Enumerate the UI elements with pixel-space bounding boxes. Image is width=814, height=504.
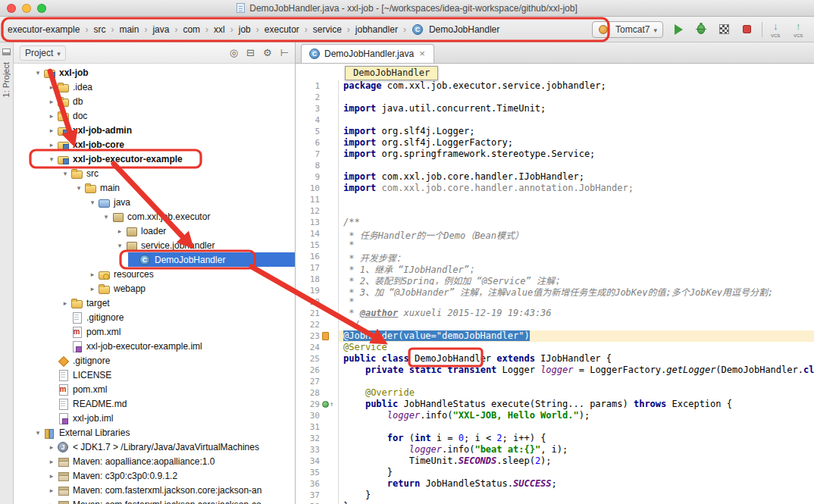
code-line[interactable]: 37 } [296, 490, 814, 501]
code-line[interactable]: 4 [296, 114, 814, 126]
expand-arrow-icon[interactable]: ▾ [46, 155, 57, 163]
gutter-cell[interactable]: 31 [296, 421, 339, 433]
code-line[interactable]: 2 [296, 92, 814, 103]
project-view-selector[interactable]: Project [20, 45, 66, 61]
code-line[interactable]: 32 for (int i = 0; i < 2; i++) { [296, 433, 814, 444]
tree-item[interactable]: ▸db [14, 94, 295, 108]
expand-arrow-icon[interactable]: ▾ [114, 242, 125, 249]
run-method-icon[interactable] [322, 401, 329, 408]
code-line[interactable]: 12 [296, 205, 814, 217]
gutter-cell[interactable]: 28 [296, 387, 339, 399]
code-line[interactable]: 6import org.slf4j.LoggerFactory; [296, 137, 814, 149]
tab-demojobhandler[interactable]: DemoJobHandler.java [301, 44, 434, 63]
breadcrumb-item[interactable]: executor [263, 23, 301, 36]
breadcrumb-item[interactable]: java [151, 23, 171, 36]
gutter-cell[interactable]: 10 [296, 183, 339, 194]
tree-item[interactable]: DemoJobHandler [14, 252, 295, 267]
gutter-cell[interactable]: 33 [296, 444, 339, 455]
expand-arrow-icon[interactable]: ▸ [87, 271, 98, 278]
tree-item[interactable]: ▸Maven: c3p0:c3p0:0.9.1.2 [14, 468, 295, 483]
gutter-cell[interactable]: 38 [296, 501, 339, 504]
expand-arrow-icon[interactable]: ▾ [33, 69, 43, 77]
expand-arrow-icon[interactable]: ▸ [46, 141, 57, 149]
expand-arrow-icon[interactable]: ▸ [46, 501, 57, 504]
tree-item[interactable]: ▸target [14, 296, 295, 310]
vcs-update-button[interactable] [770, 21, 785, 38]
coverage-button[interactable] [716, 21, 731, 38]
tree-item[interactable]: ▾xxl-job [14, 65, 295, 80]
tree-item[interactable]: LICENSE [14, 368, 295, 382]
gutter-cell[interactable]: 32 [296, 433, 339, 444]
code-line[interactable]: 14 * 任务Handler的一个Demo（Bean模式） [296, 228, 814, 239]
hide-panel-icon[interactable]: ⊢ [280, 47, 289, 58]
code-line[interactable]: 8 [296, 160, 814, 171]
expand-arrow-icon[interactable]: ▸ [46, 127, 57, 134]
code-line[interactable]: 27 [296, 376, 814, 387]
expand-arrow-icon[interactable]: ▸ [87, 285, 98, 293]
code-line[interactable]: 22 */ [296, 319, 814, 330]
expand-arrow-icon[interactable]: ▸ [46, 112, 57, 120]
tree-item[interactable]: xxl-job.iml [14, 411, 295, 425]
gutter-cell[interactable]: 12 [296, 205, 339, 217]
tree-item[interactable]: ▾External Libraries [14, 425, 295, 440]
gutter-cell[interactable]: 8 [296, 160, 339, 171]
tree-item[interactable]: ▸xxl-job-core [14, 137, 295, 152]
tree-item[interactable]: .gitignore [14, 353, 295, 368]
expand-arrow-icon[interactable]: ▸ [46, 83, 57, 91]
gutter-cell[interactable]: 25 [296, 353, 339, 365]
tree-item[interactable]: ▾com.xxl.job.executor [14, 209, 295, 224]
expand-arrow-icon[interactable]: ▾ [101, 213, 111, 221]
code-line[interactable]: 11 [296, 194, 814, 205]
breadcrumb-item[interactable]: service [312, 23, 343, 36]
breadcrumb-item[interactable]: executor-example [6, 23, 81, 36]
code-line[interactable]: 31 [296, 421, 814, 433]
gutter-cell[interactable]: 21 [296, 308, 339, 319]
breadcrumb-item[interactable]: xxl [212, 23, 227, 36]
breadcrumb-item[interactable]: src [92, 23, 107, 36]
tree-item[interactable]: .gitignore [14, 310, 295, 324]
override-method-icon[interactable] [330, 399, 337, 409]
code-line[interactable]: 7import org.springframework.stereotype.S… [296, 149, 814, 160]
gutter-cell[interactable]: 13 [296, 217, 339, 228]
expand-arrow-icon[interactable]: ▸ [60, 299, 70, 307]
code-line[interactable]: 9import com.xxl.job.core.handler.IJobHan… [296, 171, 814, 183]
code-line[interactable]: 21 * @author xuxueli 2015-12-19 19:43:36 [296, 308, 814, 319]
tree-item[interactable]: ▸Maven: aopalliance:aopalliance:1.0 [14, 454, 295, 468]
collapse-all-icon[interactable]: ⊟ [246, 47, 255, 58]
expand-arrow-icon[interactable]: ▸ [46, 472, 57, 480]
code-line[interactable]: 1package com.xxl.job.executor.service.jo… [296, 80, 814, 92]
tree-item[interactable]: ▸xxl-job-admin [14, 123, 295, 137]
breadcrumb-item[interactable]: jobhandler [354, 23, 399, 36]
gutter-cell[interactable]: 23 [296, 330, 339, 342]
code-line[interactable]: 10import com.xxl.job.core.handler.annota… [296, 183, 814, 194]
code-line[interactable]: 13/** [296, 217, 814, 228]
vcs-commit-button[interactable] [793, 21, 808, 38]
stop-button[interactable] [739, 21, 754, 38]
project-tool-window-icon[interactable] [2, 49, 11, 55]
gutter-cell[interactable]: 17 [296, 262, 339, 274]
tree-item[interactable]: ▾main [14, 180, 295, 195]
code-line[interactable]: 19 * 3、加 “@JobHander” 注解，注解value值为新增任务生成… [296, 285, 814, 296]
gutter-cell[interactable]: 27 [296, 376, 339, 387]
code-line[interactable]: 33 logger.info("beat at:{}", i); [296, 444, 814, 455]
tree-item[interactable]: pom.xml [14, 324, 295, 339]
gutter-cell[interactable]: 2 [296, 92, 339, 103]
code-line[interactable]: 3import java.util.concurrent.TimeUnit; [296, 103, 814, 114]
close-tab-icon[interactable] [418, 49, 427, 58]
run-button[interactable] [671, 21, 686, 38]
code-line[interactable]: 24@Service [296, 342, 814, 353]
code-line[interactable]: 36 return JobHandleStatus.SUCCESS; [296, 478, 814, 490]
expand-arrow-icon[interactable]: ▾ [60, 170, 70, 177]
code-line[interactable]: 15 * [296, 239, 814, 251]
tree-item[interactable]: ▾src [14, 166, 295, 180]
code-line[interactable]: 25public class DemoJobHandler extends IJ… [296, 353, 814, 365]
gutter-cell[interactable]: 14 [296, 228, 339, 239]
code-line[interactable]: 29 public JobHandleStatus execute(String… [296, 399, 814, 410]
code-line[interactable]: 26 private static transient Logger logge… [296, 365, 814, 376]
breadcrumb-item[interactable]: job [237, 23, 252, 36]
gutter-cell[interactable]: 20 [296, 296, 339, 308]
code-line[interactable]: 34 TimeUnit.SECONDS.sleep(2); [296, 455, 814, 467]
gutter-cell[interactable]: 35 [296, 467, 339, 478]
expand-arrow-icon[interactable]: ▸ [46, 458, 57, 465]
gutter-cell[interactable]: 22 [296, 319, 339, 330]
